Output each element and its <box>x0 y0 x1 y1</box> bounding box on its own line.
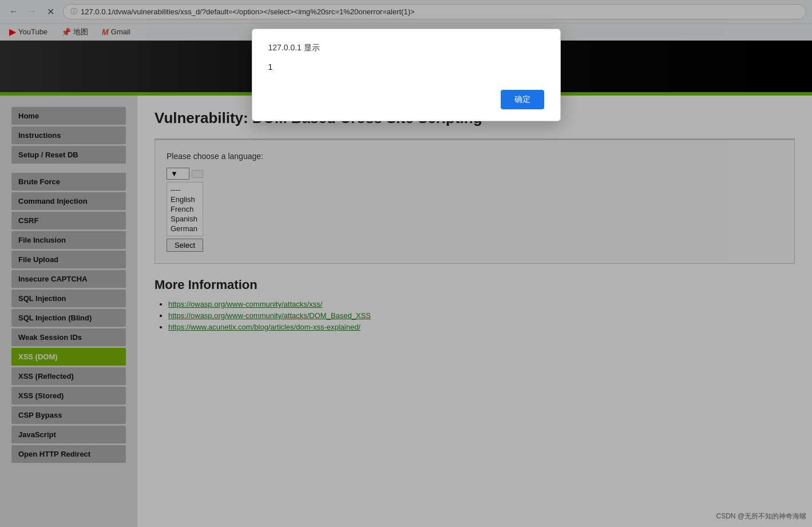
alert-overlay: 127.0.0.1 显示 1 确定 <box>0 0 812 527</box>
alert-origin: 127.0.0.1 显示 <box>268 43 544 53</box>
alert-footer: 确定 <box>268 90 544 109</box>
alert-value: 1 <box>268 62 544 72</box>
alert-ok-button[interactable]: 确定 <box>501 90 544 109</box>
alert-dialog: 127.0.0.1 显示 1 确定 <box>252 29 561 121</box>
